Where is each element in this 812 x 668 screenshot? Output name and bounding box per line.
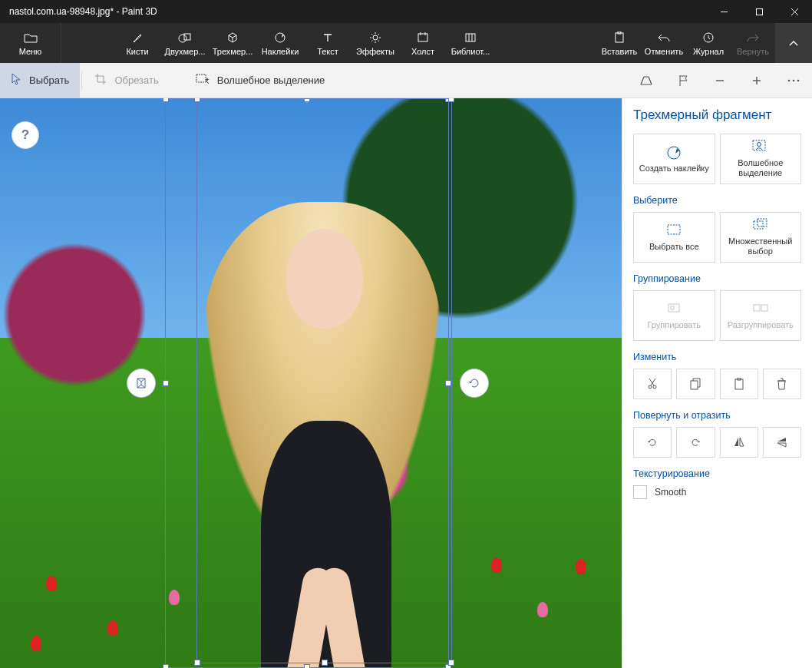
paste-button[interactable]: Вставить (597, 23, 642, 63)
zoom-out-button[interactable] (701, 63, 738, 98)
rotate-cw-button[interactable] (676, 427, 715, 458)
side-panel: Трехмерный фрагмент Создать наклейку Вол… (622, 98, 812, 668)
selection-handle[interactable] (194, 98, 200, 102)
stickers-tab[interactable]: Наклейки (256, 23, 304, 63)
2d-shapes-tab[interactable]: Двухмер... (161, 23, 209, 63)
flip-v-icon (777, 436, 787, 448)
svg-point-41 (653, 385, 656, 389)
zoom-in-button[interactable] (738, 63, 775, 98)
select-all-button[interactable]: Выбрать все (633, 212, 715, 263)
title-bar: nastol.com.ua-98948.jpg* - Paint 3D (0, 0, 812, 23)
ungroup-icon (752, 302, 769, 317)
sun-icon (369, 30, 381, 45)
svg-rect-43 (735, 379, 743, 389)
rotate-section-label: Повернуть и отразить (633, 410, 801, 421)
close-button[interactable] (777, 0, 812, 23)
cube-icon (226, 30, 239, 45)
help-button[interactable]: ? (12, 121, 39, 149)
more-button[interactable] (775, 63, 812, 98)
svg-rect-35 (758, 219, 767, 227)
svg-rect-39 (761, 305, 767, 311)
copy-button[interactable] (676, 369, 715, 399)
flip-h-icon (733, 437, 745, 448)
perspective-icon (639, 75, 653, 86)
depth-control[interactable] (127, 369, 156, 398)
selection-handle[interactable] (322, 660, 328, 666)
depth-icon (134, 376, 148, 390)
magic-select-icon (752, 140, 769, 155)
history-button[interactable]: Журнал (686, 23, 731, 63)
redo-button[interactable]: Вернуть (731, 23, 775, 63)
magic-select-button[interactable]: Волшебное выделение (720, 134, 802, 184)
svg-rect-23 (196, 74, 206, 82)
selection-handle[interactable] (448, 660, 454, 666)
collapse-ribbon-button[interactable] (775, 23, 812, 63)
edit-section-label: Изменить (633, 352, 801, 362)
selection-handle[interactable] (163, 664, 169, 668)
svg-line-12 (371, 34, 373, 35)
texture-section-label: Текстурирование (633, 468, 801, 479)
flower-decoration (537, 602, 548, 617)
canvas-area[interactable]: ? (0, 98, 622, 668)
canvas-tab[interactable]: Холст (399, 23, 447, 63)
folder-icon (24, 30, 38, 45)
selection-bounds-inner[interactable] (196, 98, 452, 663)
effects-tab[interactable]: Эффекты (352, 23, 399, 63)
undo-button[interactable]: Отменить (642, 23, 686, 63)
3d-shapes-tab[interactable]: Трехмер... (209, 23, 256, 63)
brushes-tab[interactable]: Кисти (114, 23, 161, 63)
group-button[interactable]: Группировать (633, 290, 715, 341)
text-tab[interactable]: Текст (304, 23, 352, 63)
magic-select-tool[interactable]: Волшебное выделение (185, 63, 336, 98)
rotate-control[interactable] (460, 369, 489, 398)
select-tool[interactable]: Выбрать (0, 63, 80, 98)
make-sticker-button[interactable]: Создать наклейку (633, 134, 715, 184)
window-controls (706, 0, 812, 23)
ungroup-button[interactable]: Разгруппировать (720, 290, 802, 341)
select-all-icon (667, 223, 681, 239)
choose-section-label: Выберите (633, 195, 801, 206)
group-icon (666, 302, 682, 317)
clipboard-icon (734, 378, 744, 390)
selection-handle[interactable] (194, 660, 200, 666)
undo-icon (657, 30, 671, 45)
selection-handle[interactable] (163, 380, 169, 386)
selection-handle[interactable] (304, 664, 310, 668)
delete-button[interactable] (763, 369, 801, 399)
smooth-label: Smooth (655, 487, 686, 498)
cut-button[interactable] (633, 369, 672, 399)
svg-point-4 (179, 35, 186, 42)
cursor-icon (11, 73, 21, 88)
paste-button-panel[interactable] (720, 369, 758, 399)
ribbon: Меню Кисти Двухмер... Трехмер... Наклейк… (0, 23, 812, 63)
group-section-label: Группирование (633, 273, 801, 284)
shapes-2d-icon (178, 30, 192, 45)
library-icon (464, 30, 477, 45)
ellipsis-icon (787, 79, 800, 82)
toolbar-separator (81, 71, 82, 90)
flip-vertical-button[interactable] (763, 427, 801, 458)
library-tab[interactable]: Библиот... (447, 23, 494, 63)
main-area: ? Трехмерный фрагмент Создать наклейку В… (0, 98, 812, 668)
menu-button[interactable]: Меню (0, 23, 61, 63)
minimize-button[interactable] (706, 0, 741, 23)
rotate-icon (467, 376, 481, 390)
multi-select-button[interactable]: Множественный выбор (720, 212, 802, 263)
selection-handle[interactable] (163, 98, 169, 102)
rotate-cw-icon (689, 436, 701, 448)
smooth-checkbox[interactable] (633, 485, 647, 499)
3d-view-button[interactable] (628, 63, 665, 98)
maximize-button[interactable] (741, 0, 777, 23)
rotate-ccw-button[interactable] (633, 427, 672, 458)
rotate-ccw-icon (646, 436, 659, 448)
flip-horizontal-button[interactable] (720, 427, 758, 458)
flower-decoration (31, 636, 41, 651)
selection-handle[interactable] (448, 98, 454, 102)
crop-tool[interactable]: Обрезать (84, 63, 169, 98)
flag-button[interactable] (665, 63, 701, 98)
redo-icon (746, 30, 760, 45)
svg-line-14 (371, 41, 373, 42)
svg-point-28 (793, 79, 795, 81)
clipboard-icon (614, 30, 625, 45)
svg-rect-42 (691, 381, 698, 389)
